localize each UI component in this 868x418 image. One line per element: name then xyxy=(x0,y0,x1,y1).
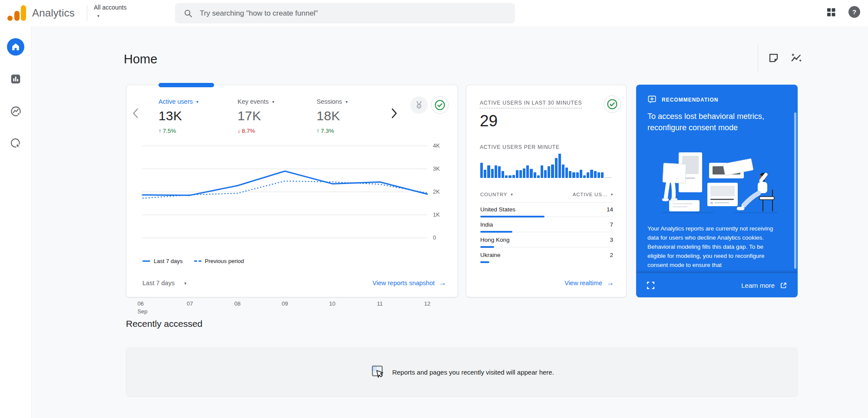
minute-bar xyxy=(587,172,589,178)
sidebar-item-advertising[interactable] xyxy=(7,135,24,152)
insights-button[interactable] xyxy=(789,50,803,65)
minute-bar xyxy=(551,165,554,178)
minute-bar xyxy=(565,168,568,178)
y-axis-label: 4K xyxy=(433,142,440,149)
realtime-data-quality-button[interactable] xyxy=(604,95,621,113)
overview-metrics-card: Active users▾13K↑7.5%Key events▾17K↓8.7%… xyxy=(126,85,458,297)
minute-bar xyxy=(594,171,597,178)
active-users-column-sort[interactable]: ACTIVE US... ▾ xyxy=(573,192,613,197)
expand-icon[interactable] xyxy=(647,281,655,290)
minute-bar xyxy=(537,175,540,178)
date-range-selector[interactable]: Last 7 days ▾ xyxy=(142,280,186,286)
arrow-up-icon: ↑ xyxy=(158,128,162,134)
page-title: Home xyxy=(124,52,157,66)
country-table-header: COUNTRY ▾ ACTIVE US... ▾ xyxy=(480,192,613,203)
arrow-right-icon: → xyxy=(607,279,614,287)
minute-bar xyxy=(541,165,543,178)
medal-icon xyxy=(414,100,424,110)
minute-bar xyxy=(530,169,532,178)
metrics-prev-button[interactable] xyxy=(132,108,140,120)
legend-label: Previous period xyxy=(205,258,244,264)
external-link-icon xyxy=(780,282,787,289)
recommendation-title: To access lost behavioral metrics, recon… xyxy=(647,111,780,133)
account-switcher[interactable]: All accounts ▾ xyxy=(94,3,126,18)
data-quality-button[interactable] xyxy=(431,96,449,114)
brand-logo[interactable]: Analytics xyxy=(7,5,75,21)
sidebar-item-home[interactable] xyxy=(7,38,24,56)
google-analytics-logo-icon xyxy=(7,5,27,21)
search-bar[interactable] xyxy=(175,3,515,23)
minute-bar xyxy=(601,172,604,178)
country-row: Hong Kong3 xyxy=(480,233,613,248)
view-realtime-link[interactable]: View realtime → xyxy=(564,279,614,287)
country-row: Ukraine2 xyxy=(480,248,613,263)
minute-bar xyxy=(597,172,600,178)
legend-label: Last 7 days xyxy=(154,258,183,264)
logo-dot xyxy=(7,16,13,21)
search-input[interactable] xyxy=(200,9,506,18)
x-axis: 06Sep070809101112 xyxy=(142,300,427,315)
active-metric-tab-indicator xyxy=(158,83,214,87)
realtime-card-footer: View realtime → xyxy=(564,279,614,287)
x-axis-label: 07 xyxy=(187,300,193,308)
y-axis-label: 2K xyxy=(433,188,440,195)
apps-grid-icon[interactable] xyxy=(826,7,836,17)
country-table-body: United States14India7Hong Kong3Ukraine2 xyxy=(480,202,613,263)
minute-bar xyxy=(508,175,511,178)
metric-delta: ↑7.3% xyxy=(317,128,396,134)
minute-bar xyxy=(569,171,571,178)
minute-bar xyxy=(562,165,564,178)
x-axis-label: 12 xyxy=(424,300,430,308)
metric-active-users[interactable]: Active users▾13K↑7.5% xyxy=(158,98,238,134)
metric-delta: ↓8.7% xyxy=(238,128,317,134)
left-nav-sidebar xyxy=(0,26,32,418)
country-row: United States14 xyxy=(480,202,613,217)
card-scrollbar[interactable] xyxy=(794,112,796,269)
x-axis-label: 06Sep xyxy=(137,300,147,315)
minute-bar xyxy=(484,170,486,178)
view-reports-snapshot-link[interactable]: View reports snapshot → xyxy=(373,279,446,287)
benchmarking-button[interactable] xyxy=(410,96,428,114)
metric-key-events[interactable]: Key events▾17K↓8.7% xyxy=(238,98,317,134)
country-name: Hong Kong xyxy=(480,237,510,243)
country-bar xyxy=(480,231,512,233)
metric-columns: Active users▾13K↑7.5%Key events▾17K↓8.7%… xyxy=(158,98,396,134)
metric-sessions[interactable]: Sessions▾18K↑7.3% xyxy=(317,98,396,134)
recommendation-card: RECOMMENDATION To access lost behavioral… xyxy=(636,85,798,297)
notes-button[interactable] xyxy=(766,50,781,65)
brand-name: Analytics xyxy=(32,7,75,19)
minute-bar xyxy=(487,165,490,178)
trend-chart-svg xyxy=(142,144,427,240)
minute-bar xyxy=(572,172,575,178)
minute-bar xyxy=(558,154,561,178)
minute-bar xyxy=(498,166,501,178)
x-axis-label: 10 xyxy=(329,300,335,308)
logo-bar-mid xyxy=(14,11,20,21)
x-axis-label: 09 xyxy=(282,300,288,308)
country-bar xyxy=(480,261,489,263)
country-name: India xyxy=(480,221,493,228)
minute-bar xyxy=(534,172,536,178)
realtime-title[interactable]: ACTIVE USERS IN LAST 30 MINUTES xyxy=(480,100,582,109)
country-column-sort[interactable]: COUNTRY ▾ xyxy=(480,192,513,197)
chevron-down-icon: ▾ xyxy=(184,281,186,286)
recommendation-badge: RECOMMENDATION xyxy=(662,97,718,103)
y-axis-label: 1K xyxy=(433,211,440,218)
learn-more-button[interactable]: Learn more xyxy=(741,282,787,289)
minute-bar xyxy=(502,171,504,178)
arrow-right-icon: → xyxy=(439,279,446,287)
empty-state-message: Reports and pages you recently visited w… xyxy=(392,369,554,376)
sidebar-item-explore[interactable] xyxy=(7,102,24,120)
sidebar-item-reports[interactable] xyxy=(7,70,24,88)
help-icon[interactable]: ? xyxy=(848,6,860,18)
metric-delta: ↑7.5% xyxy=(158,128,238,134)
legend-item-current: Last 7 days xyxy=(142,258,183,264)
reports-icon xyxy=(10,73,21,85)
x-axis-label: 11 xyxy=(377,300,383,308)
cursor-click-icon xyxy=(370,364,386,381)
arrow-down-icon: ↓ xyxy=(238,128,241,134)
explore-icon xyxy=(10,105,22,117)
country-row: India7 xyxy=(480,217,613,233)
date-range-label: Last 7 days xyxy=(142,280,175,286)
minute-bar xyxy=(491,169,494,178)
